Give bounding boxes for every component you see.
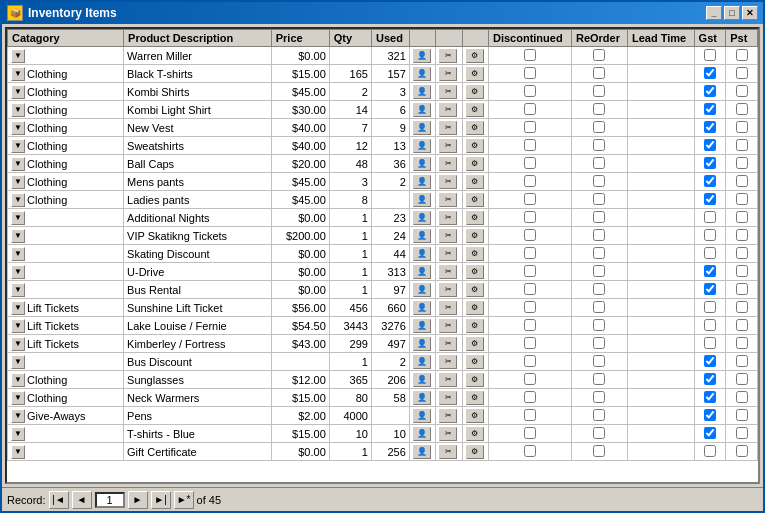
- detail-icon-button[interactable]: ✂: [439, 391, 457, 405]
- detail-icon-button[interactable]: ✂: [439, 139, 457, 153]
- reorder-checkbox[interactable]: [593, 445, 605, 457]
- category-dropdown[interactable]: ▼: [11, 175, 25, 189]
- pst-checkbox[interactable]: [736, 121, 748, 133]
- reorder-checkbox[interactable]: [593, 391, 605, 403]
- edit-icon-button[interactable]: 👤: [413, 265, 431, 279]
- reorder-checkbox[interactable]: [593, 103, 605, 115]
- detail-icon-button[interactable]: ✂: [439, 49, 457, 63]
- discontinued-checkbox[interactable]: [524, 247, 536, 259]
- pst-checkbox[interactable]: [736, 211, 748, 223]
- discontinued-checkbox[interactable]: [524, 103, 536, 115]
- pst-checkbox[interactable]: [736, 445, 748, 457]
- discontinued-checkbox[interactable]: [524, 373, 536, 385]
- category-dropdown[interactable]: ▼: [11, 67, 25, 81]
- category-dropdown[interactable]: ▼: [11, 229, 25, 243]
- edit-icon-button[interactable]: 👤: [413, 391, 431, 405]
- discontinued-checkbox[interactable]: [524, 319, 536, 331]
- detail-icon-button[interactable]: ✂: [439, 193, 457, 207]
- pst-checkbox[interactable]: [736, 157, 748, 169]
- pst-checkbox[interactable]: [736, 265, 748, 277]
- pst-checkbox[interactable]: [736, 139, 748, 151]
- info-icon-button[interactable]: ⚙: [466, 103, 484, 117]
- pst-checkbox[interactable]: [736, 337, 748, 349]
- gst-checkbox[interactable]: [704, 85, 716, 97]
- info-icon-button[interactable]: ⚙: [466, 319, 484, 333]
- maximize-button[interactable]: □: [724, 6, 740, 20]
- info-icon-button[interactable]: ⚙: [466, 49, 484, 63]
- gst-checkbox[interactable]: [704, 373, 716, 385]
- gst-checkbox[interactable]: [704, 427, 716, 439]
- discontinued-checkbox[interactable]: [524, 283, 536, 295]
- discontinued-checkbox[interactable]: [524, 85, 536, 97]
- reorder-checkbox[interactable]: [593, 139, 605, 151]
- detail-icon-button[interactable]: ✂: [439, 85, 457, 99]
- detail-icon-button[interactable]: ✂: [439, 319, 457, 333]
- reorder-checkbox[interactable]: [593, 67, 605, 79]
- gst-checkbox[interactable]: [704, 409, 716, 421]
- reorder-checkbox[interactable]: [593, 121, 605, 133]
- discontinued-checkbox[interactable]: [524, 67, 536, 79]
- edit-icon-button[interactable]: 👤: [413, 301, 431, 315]
- reorder-checkbox[interactable]: [593, 373, 605, 385]
- category-dropdown[interactable]: ▼: [11, 355, 25, 369]
- pst-checkbox[interactable]: [736, 355, 748, 367]
- info-icon-button[interactable]: ⚙: [466, 445, 484, 459]
- gst-checkbox[interactable]: [704, 445, 716, 457]
- edit-icon-button[interactable]: 👤: [413, 121, 431, 135]
- edit-icon-button[interactable]: 👤: [413, 355, 431, 369]
- category-dropdown[interactable]: ▼: [11, 391, 25, 405]
- info-icon-button[interactable]: ⚙: [466, 121, 484, 135]
- reorder-checkbox[interactable]: [593, 175, 605, 187]
- detail-icon-button[interactable]: ✂: [439, 355, 457, 369]
- nav-last-button[interactable]: ►|: [151, 491, 171, 509]
- pst-checkbox[interactable]: [736, 67, 748, 79]
- edit-icon-button[interactable]: 👤: [413, 193, 431, 207]
- info-icon-button[interactable]: ⚙: [466, 337, 484, 351]
- edit-icon-button[interactable]: 👤: [413, 211, 431, 225]
- reorder-checkbox[interactable]: [593, 49, 605, 61]
- reorder-checkbox[interactable]: [593, 157, 605, 169]
- pst-checkbox[interactable]: [736, 85, 748, 97]
- detail-icon-button[interactable]: ✂: [439, 121, 457, 135]
- reorder-checkbox[interactable]: [593, 85, 605, 97]
- discontinued-checkbox[interactable]: [524, 427, 536, 439]
- info-icon-button[interactable]: ⚙: [466, 355, 484, 369]
- reorder-checkbox[interactable]: [593, 301, 605, 313]
- edit-icon-button[interactable]: 👤: [413, 373, 431, 387]
- info-icon-button[interactable]: ⚙: [466, 409, 484, 423]
- gst-checkbox[interactable]: [704, 49, 716, 61]
- category-dropdown[interactable]: ▼: [11, 121, 25, 135]
- gst-checkbox[interactable]: [704, 67, 716, 79]
- edit-icon-button[interactable]: 👤: [413, 157, 431, 171]
- discontinued-checkbox[interactable]: [524, 229, 536, 241]
- reorder-checkbox[interactable]: [593, 319, 605, 331]
- pst-checkbox[interactable]: [736, 103, 748, 115]
- detail-icon-button[interactable]: ✂: [439, 229, 457, 243]
- info-icon-button[interactable]: ⚙: [466, 211, 484, 225]
- category-dropdown[interactable]: ▼: [11, 283, 25, 297]
- reorder-checkbox[interactable]: [593, 193, 605, 205]
- edit-icon-button[interactable]: 👤: [413, 337, 431, 351]
- detail-icon-button[interactable]: ✂: [439, 67, 457, 81]
- pst-checkbox[interactable]: [736, 391, 748, 403]
- category-dropdown[interactable]: ▼: [11, 373, 25, 387]
- gst-checkbox[interactable]: [704, 229, 716, 241]
- reorder-checkbox[interactable]: [593, 283, 605, 295]
- info-icon-button[interactable]: ⚙: [466, 283, 484, 297]
- pst-checkbox[interactable]: [736, 301, 748, 313]
- category-dropdown[interactable]: ▼: [11, 409, 25, 423]
- reorder-checkbox[interactable]: [593, 211, 605, 223]
- gst-checkbox[interactable]: [704, 121, 716, 133]
- nav-next-button[interactable]: ►: [128, 491, 148, 509]
- edit-icon-button[interactable]: 👤: [413, 49, 431, 63]
- info-icon-button[interactable]: ⚙: [466, 157, 484, 171]
- info-icon-button[interactable]: ⚙: [466, 85, 484, 99]
- pst-checkbox[interactable]: [736, 49, 748, 61]
- gst-checkbox[interactable]: [704, 175, 716, 187]
- nav-prev-button[interactable]: ◄: [72, 491, 92, 509]
- detail-icon-button[interactable]: ✂: [439, 337, 457, 351]
- category-dropdown[interactable]: ▼: [11, 139, 25, 153]
- gst-checkbox[interactable]: [704, 391, 716, 403]
- info-icon-button[interactable]: ⚙: [466, 139, 484, 153]
- discontinued-checkbox[interactable]: [524, 193, 536, 205]
